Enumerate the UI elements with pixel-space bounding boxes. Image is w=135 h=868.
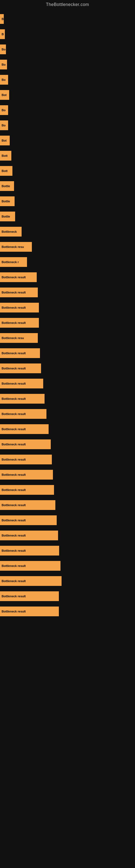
- bar-row: Bottleneck result: [0, 316, 135, 330]
- bar-label: Bottleneck result: [0, 424, 49, 434]
- bar-label: Bottleneck result: [0, 591, 59, 601]
- bar-label: Bottleneck: [0, 227, 21, 237]
- bar-row: Bottleneck result: [0, 559, 135, 573]
- bar-row: Bottleneck r: [0, 255, 135, 269]
- bar-label: Bott: [0, 166, 12, 176]
- bar-label: Bottleneck result: [0, 607, 59, 616]
- bar-row: Bottle: [0, 194, 135, 208]
- bar-row: Bottle: [0, 209, 135, 223]
- bar-label: Bottleneck r: [0, 257, 27, 267]
- bar-label: Bottle: [0, 181, 14, 191]
- bar-row: Bottleneck result: [0, 574, 135, 588]
- bar-row: Bottleneck result: [0, 498, 135, 512]
- bar-row: Bot: [0, 133, 135, 148]
- bar-label: Bottle: [0, 212, 15, 221]
- bar-row: Bottleneck result: [0, 270, 135, 284]
- bar-label: Bottleneck result: [0, 485, 54, 495]
- bar-row: Bottleneck result: [0, 346, 135, 360]
- bar-row: Bottleneck result: [0, 392, 135, 406]
- bar-label: Bottleneck result: [0, 516, 57, 525]
- bar-row: Bottleneck result: [0, 437, 135, 452]
- bar-label: Bottleneck result: [0, 439, 51, 449]
- bar-row: Bott: [0, 149, 135, 163]
- bar-label: Bottleneck result: [0, 394, 45, 404]
- bar-label: Bottleneck result: [0, 470, 53, 479]
- bar-row: Bottleneck result: [0, 468, 135, 482]
- bar-label: Bottleneck result: [0, 272, 37, 282]
- bar-row: Bottleneck result: [0, 604, 135, 618]
- bar-label: Bo: [0, 105, 8, 115]
- bar-label: Bottleneck result: [0, 318, 39, 328]
- bar-label: Bo: [0, 60, 7, 69]
- bar-label: Bo: [0, 44, 6, 54]
- bar-label: Bottleneck resu: [0, 333, 38, 343]
- bar-label: Bottleneck result: [0, 303, 39, 312]
- bar-row: Bo: [0, 118, 135, 132]
- bar-row: Bo: [0, 103, 135, 117]
- bar-label: Bottleneck result: [0, 576, 61, 586]
- site-title: TheBottlenecker.com: [0, 0, 135, 9]
- bar-label: Bottleneck result: [0, 531, 58, 540]
- bar-row: Bottleneck result: [0, 528, 135, 542]
- bar-label: Bottleneck result: [0, 364, 41, 373]
- bar-row: Bottleneck resu: [0, 240, 135, 254]
- bar-label: Bottleneck result: [0, 379, 43, 389]
- bar-row: Bottleneck result: [0, 589, 135, 603]
- bar-row: Bottleneck result: [0, 453, 135, 467]
- bar-row: Bottleneck result: [0, 285, 135, 300]
- bar-row: B: [0, 27, 135, 41]
- bar-row: B: [0, 12, 135, 26]
- bar-label: Bottleneck result: [0, 348, 40, 358]
- bar-label: Bot: [0, 135, 10, 145]
- bar-label: Bot: [0, 90, 9, 100]
- bar-row: Bott: [0, 164, 135, 178]
- bar-label: Bott: [0, 151, 11, 161]
- bar-label: Bottleneck result: [0, 287, 38, 297]
- bar-row: Bottleneck result: [0, 361, 135, 375]
- bar-label: B: [0, 14, 4, 24]
- bar-row: Bottleneck result: [0, 544, 135, 558]
- bar-row: Bo: [0, 42, 135, 56]
- bar-row: Bottleneck result: [0, 301, 135, 315]
- bar-row: Bottle: [0, 179, 135, 193]
- bar-label: Bo: [0, 75, 8, 85]
- bar-row: Bottleneck result: [0, 376, 135, 391]
- bar-label: Bottleneck resu: [0, 242, 32, 252]
- bar-label: Bottleneck result: [0, 546, 59, 556]
- bar-row: Bottleneck result: [0, 407, 135, 421]
- bar-row: Bottleneck resu: [0, 331, 135, 345]
- bar-row: Bottleneck result: [0, 513, 135, 527]
- bar-label: B: [0, 29, 5, 39]
- bar-row: Bo: [0, 73, 135, 87]
- bar-row: Bottleneck result: [0, 483, 135, 497]
- bars-container: BBBoBoBoBotBoBoBotBottBottBottleBottleBo…: [0, 9, 135, 622]
- bar-label: Bottleneck result: [0, 455, 52, 464]
- bar-label: Bo: [0, 120, 8, 130]
- bar-label: Bottleneck result: [0, 409, 46, 419]
- bar-label: Bottleneck result: [0, 561, 60, 571]
- bar-row: Bottleneck result: [0, 422, 135, 436]
- bar-label: Bottleneck result: [0, 500, 55, 510]
- bar-label: Bottle: [0, 196, 14, 206]
- bar-row: Bottleneck: [0, 225, 135, 239]
- bar-row: Bo: [0, 58, 135, 72]
- bar-row: Bot: [0, 88, 135, 102]
